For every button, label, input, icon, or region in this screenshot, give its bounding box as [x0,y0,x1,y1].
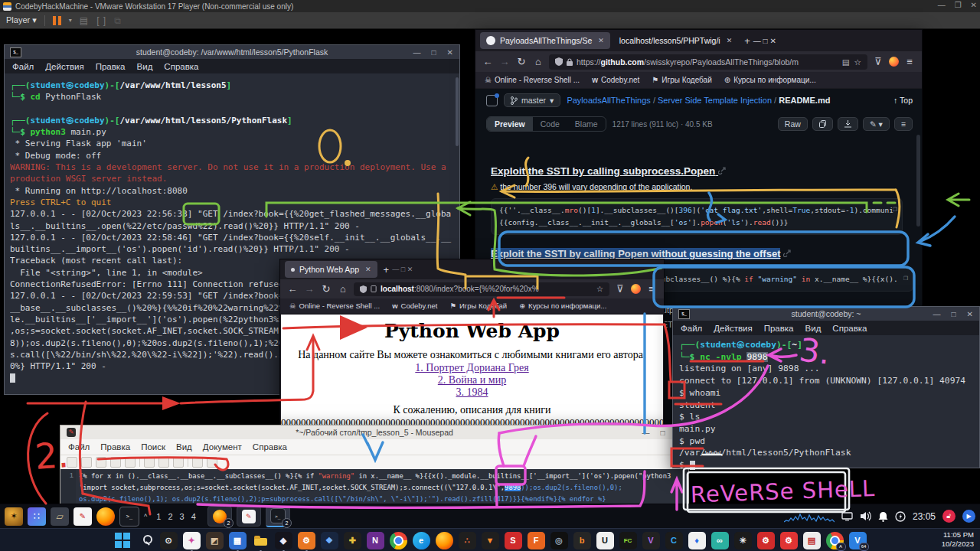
f-app[interactable]: F [528,532,545,549]
notification-bell-icon[interactable] [878,511,888,522]
forward-button[interactable]: → [498,56,511,67]
vm-close-button[interactable]: ✕ [971,1,977,9]
outline-button[interactable]: ≡ [894,117,913,131]
chrome-app[interactable] [390,532,407,549]
speedtest-app[interactable]: ⊙ [160,532,178,549]
arrows-app[interactable]: ✚ [344,532,361,549]
volume-icon[interactable] [860,511,871,521]
firefox-account-icon[interactable] [631,284,641,294]
vm-minimize-button[interactable]: — [938,1,946,9]
menu-item-Правка[interactable]: Правка [96,62,126,71]
workspace-switcher[interactable]: 1 2 3 4 [156,512,198,521]
menu-item-Вид[interactable]: Вид [176,442,192,452]
sublime-app[interactable]: S [505,532,522,549]
forward-button[interactable]: → [303,283,315,295]
tab-close-icon[interactable]: ✕ [365,266,371,273]
pocket-icon[interactable]: ⊽ [872,56,884,67]
new-tab-button[interactable]: + [384,264,390,276]
copy-code-icon[interactable]: ❐ [903,272,908,284]
terminal-titlebar[interactable]: $_ student@codeby: /var/www/html/lesson5… [5,45,459,59]
taskbtn-terminal[interactable]: >_ 2 [266,506,290,527]
terminal-scrollbar[interactable] [456,77,459,146]
codeby-logo-icon[interactable]: ✶ [5,507,23,526]
pocket-icon[interactable]: ⊽ [614,283,626,295]
print-app[interactable]: ▤ [803,532,821,549]
bookmark-skull[interactable]: ☠Online - Reverse Shell ... [289,302,380,310]
bookmark-skull[interactable]: ☠Online - Reverse Shell ... [485,76,580,84]
menu-item-Правка[interactable]: Правка [100,442,130,452]
tab-python-web-app[interactable]: Python Web App✕ [285,261,377,278]
edit-button[interactable]: ✎ ▾ [863,117,890,131]
bookmark-star-icon[interactable]: ☆ [854,57,861,67]
start-button[interactable] [114,532,132,549]
bookmark-w[interactable]: wCodeby.net [592,76,639,84]
menu-icon[interactable]: ≡ [645,283,658,295]
maximize-button[interactable]: □ [401,266,405,273]
new-tab-button[interactable]: + [744,35,750,47]
mousepad-titlebar[interactable]: ✎ *~/Рабочий стол/tmp_lesson_5 - Mousepa… [60,425,688,439]
terminal-titlebar[interactable]: $_ student@codeby: ~ — □ ✕ [673,307,979,321]
taskbtn-firefox[interactable]: 2 [207,506,232,527]
breadcrumb-repo[interactable]: PayloadsAllTheThings [567,96,650,105]
firefox-account-icon[interactable] [889,57,899,67]
lock-icon[interactable]: 🔓︎ [942,510,956,523]
menu-item-Правка[interactable]: Правка [764,324,794,333]
search-icon[interactable] [137,532,155,549]
session-icon[interactable]: ▶ [962,510,975,523]
terminal-window-netcat[interactable]: $_ student@codeby: ~ — □ ✕ ФайлДействияП… [672,306,980,468]
back-button[interactable]: ← [482,56,494,67]
obsidian-app[interactable]: ◆ [275,532,292,549]
close-button[interactable]: ✕ [967,310,973,318]
home-button[interactable]: ⌂ [337,283,349,295]
minimize-button[interactable]: — [642,429,650,437]
menu-item-Справка[interactable]: Справка [253,442,287,452]
unreal-app[interactable]: U [596,532,614,549]
taskbtn-mousepad[interactable]: ✎ [237,506,261,527]
menu-item-Справка[interactable]: Справка [164,62,198,71]
tab-preview[interactable]: Preview [487,117,533,131]
close-button[interactable]: ✕ [769,37,776,45]
branch-selector[interactable]: master ▾ [504,93,560,107]
gear-red-app[interactable]: ⚙ [757,532,775,549]
clock[interactable]: 23:05 [913,511,936,522]
blender-app[interactable]: b [573,532,591,549]
bookmark-w[interactable]: wCodeby.net [392,302,437,310]
teal-app[interactable]: ∞ [711,532,729,549]
visual-studio-app[interactable]: V [642,532,660,549]
carrot-app[interactable]: ▼ [482,532,499,549]
menu-item-Действия[interactable]: Действия [714,324,752,333]
calendar-app[interactable]: ▦ [229,532,247,549]
menu-item-Вид[interactable]: Вид [805,324,822,333]
github-scrollbar[interactable] [916,135,920,227]
reader-icon[interactable]: ▤ [842,57,850,67]
bookmark-flag[interactable]: ⚑Игры Кодебай [652,76,711,84]
terminal-launcher-icon[interactable]: >_ [119,507,139,527]
back-button[interactable]: ← [286,283,299,295]
raw-button[interactable]: Raw [778,117,808,131]
chevron-up-icon[interactable]: ^ [144,513,147,520]
anchor-link-icon[interactable] [718,167,726,174]
menu-item-Файл[interactable]: Файл [12,62,34,71]
photos-app[interactable]: ✦ [183,532,201,549]
top-link[interactable]: ↑ Top [893,96,913,105]
vm-maximize-button[interactable]: ❐ [955,1,962,9]
file-manager-icon[interactable]: ▱ [51,507,69,526]
book-link-2[interactable]: 2. Война и мир [438,374,506,386]
firefox-launcher-icon[interactable] [96,507,115,526]
menu-item-Действия[interactable]: Действия [45,62,83,71]
dots-app[interactable]: ∴ [459,532,476,549]
maximize-button[interactable]: □ [952,310,956,318]
file-tree-icon[interactable] [486,95,498,106]
mousepad-launcher-icon[interactable]: ✎ [74,507,92,526]
firefox-window-app[interactable]: Python Web App✕ + — □ ✕ ← → ↻ ⌂ localhos… [279,259,665,440]
bookmark-globe[interactable]: ⊕Курсы по информаци... [519,302,606,310]
menu-item-Документ[interactable]: Документ [203,442,242,452]
vmware-app[interactable]: ⚙ [298,532,315,549]
power-icon[interactable] [895,511,906,522]
tab-localhost-phptwig[interactable]: localhost/lesson5/PHPTwig/i✕ [613,32,738,49]
bookmark-star-icon[interactable]: ☆ [596,285,603,293]
url-bar[interactable]: localhost:8080/index?book={%%20for%20x% … [354,282,609,296]
menu-item-Справка[interactable]: Справка [832,324,867,333]
maximize-button[interactable]: □ [763,37,768,45]
lens-app[interactable]: ◎ [550,532,568,549]
